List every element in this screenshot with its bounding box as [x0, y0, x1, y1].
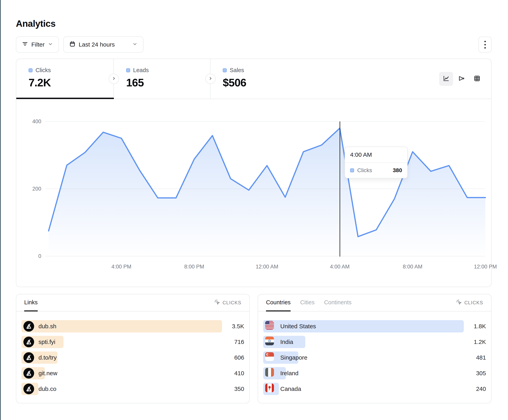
filter-button[interactable]: Filter [16, 36, 59, 53]
expand-clicks-button[interactable] [109, 74, 119, 84]
tab-clicks-value: 7.2K [29, 76, 113, 89]
countries-panel: Countries Cities Continents CLICKS Unite… [258, 294, 492, 403]
countries-metric-button[interactable]: CLICKS [456, 294, 483, 311]
tooltip-time: 4:00 AM [345, 147, 407, 163]
tooltip-series-label: Clicks [357, 167, 372, 174]
item-value: 305 [476, 370, 486, 377]
item-value: 240 [476, 385, 486, 392]
flag-singapore-icon [265, 352, 276, 363]
countries-metric-label: CLICKS [464, 300, 483, 305]
item-value: 1.8K [474, 323, 486, 330]
item-value: 410 [234, 370, 244, 377]
tab-leads-value: 165 [126, 76, 210, 89]
item-label: dub.co [38, 385, 56, 392]
filter-button-label: Filter [31, 41, 45, 48]
chart-view-toggles [439, 72, 484, 86]
chevron-right-icon [208, 76, 213, 82]
chart-plot [16, 99, 491, 287]
more-options-button[interactable] [478, 37, 492, 52]
tab-cities-label: Cities [300, 299, 315, 306]
flag-india-icon [265, 337, 276, 347]
cursor-click-icon [456, 299, 462, 306]
date-range-button[interactable]: Last 24 hours [63, 36, 143, 53]
toolbar: Filter Last 24 hours [16, 36, 492, 53]
links-metric-label: CLICKS [223, 300, 241, 305]
x-axis-tick: 12:00 PM [474, 264, 497, 270]
flag-canada-icon [265, 384, 276, 394]
list-item[interactable]: dub.co350 [22, 383, 244, 395]
list-item[interactable]: dub.sh3.5K [22, 320, 244, 333]
tab-countries-label: Countries [266, 299, 291, 306]
item-label: dub.sh [38, 323, 56, 330]
flag-ireland-icon [265, 368, 276, 379]
tab-leads-label: Leads [133, 67, 149, 73]
list-item[interactable]: Canada240 [263, 383, 486, 395]
filter-icon [22, 41, 28, 49]
line-chart-view-button[interactable] [439, 72, 453, 86]
table-view-button[interactable] [470, 72, 484, 86]
list-item[interactable]: United States1.8K [263, 320, 486, 333]
item-label: United States [280, 323, 316, 330]
date-range-label: Last 24 hours [79, 41, 115, 48]
funnel-chart-icon [458, 75, 465, 83]
tab-links[interactable]: Links [24, 294, 38, 311]
tab-cities[interactable]: Cities [300, 294, 315, 311]
list-item[interactable]: d.to/try606 [22, 351, 244, 364]
leads-legend-square [126, 68, 130, 72]
item-value: 606 [234, 354, 244, 361]
tab-continents-label: Continents [324, 299, 352, 306]
x-axis-tick: 12:00 AM [256, 264, 278, 270]
item-label: Ireland [280, 370, 299, 377]
links-panel: Links CLICKS dub.sh3.5Kspti.fyi716d.to/t… [16, 294, 250, 403]
dub-logo-icon [23, 337, 34, 347]
links-metric-button[interactable]: CLICKS [214, 294, 241, 311]
list-item[interactable]: India1.2K [263, 336, 486, 348]
expand-leads-button[interactable] [205, 74, 216, 84]
list-item[interactable]: Ireland305 [263, 367, 486, 379]
tab-continents[interactable]: Continents [324, 294, 352, 311]
item-value: 716 [234, 339, 244, 345]
funnel-view-button[interactable] [455, 72, 469, 86]
dub-logo-icon [23, 368, 34, 379]
list-item[interactable]: Singapore481 [263, 351, 486, 364]
tab-leads[interactable]: Leads 165 [114, 59, 210, 99]
stat-tabs-row: Clicks 7.2K Leads 165 Sales $506 [16, 59, 491, 99]
item-label: spti.fyi [38, 339, 55, 345]
x-axis-tick: 8:00 PM [184, 264, 204, 270]
item-value: 1.2K [474, 339, 486, 345]
left-edge-strip [0, 0, 1, 420]
item-value: 481 [476, 354, 486, 361]
x-axis-tick: 8:00 AM [403, 264, 422, 270]
dub-logo-icon [23, 384, 34, 394]
item-value: 3.5K [232, 323, 244, 330]
grid-table-icon [473, 75, 481, 83]
dub-logo-icon [23, 352, 34, 363]
x-axis-tick: 4:00 PM [112, 264, 132, 270]
calendar-icon [69, 41, 75, 49]
item-label: Singapore [280, 354, 307, 361]
page-title: Analytics [16, 0, 492, 29]
tab-clicks-label: Clicks [36, 67, 51, 73]
list-item[interactable]: spti.fyi716 [22, 336, 244, 348]
item-label: d.to/try [38, 354, 57, 361]
sales-legend-square [223, 68, 227, 72]
chevron-down-icon [48, 41, 53, 48]
item-label: Canada [280, 385, 301, 392]
chevron-right-icon [112, 76, 116, 82]
list-item[interactable]: git.new410 [22, 367, 244, 379]
tab-countries[interactable]: Countries [266, 294, 291, 311]
item-label: India [280, 339, 293, 345]
clicks-legend-square [29, 68, 32, 72]
line-chart-icon [442, 75, 450, 83]
tab-sales-label: Sales [230, 67, 244, 73]
analytics-card: Clicks 7.2K Leads 165 Sales $506 [16, 59, 492, 287]
chart-crosshair [340, 122, 340, 257]
chevron-down-icon [132, 41, 137, 48]
tab-clicks[interactable]: Clicks 7.2K [16, 59, 114, 99]
tooltip-value: 380 [393, 167, 402, 174]
tooltip-legend-square [350, 168, 354, 172]
item-label: git.new [38, 370, 57, 377]
y-axis-tick: 400 [16, 118, 41, 125]
y-axis-tick: 0 [16, 253, 41, 259]
cursor-click-icon [214, 299, 220, 306]
